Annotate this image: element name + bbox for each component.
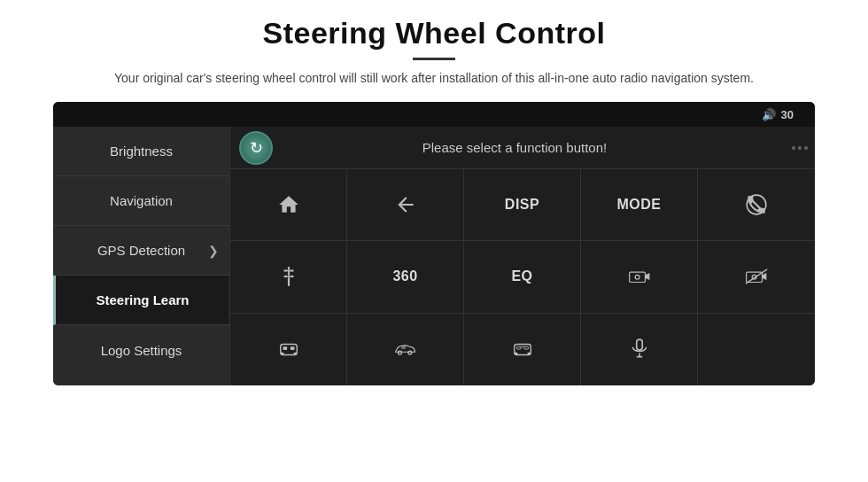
page-wrapper: Steering Wheel Control Your original car… <box>0 0 868 482</box>
sidebar-item-label-brightness: Brightness <box>110 144 173 159</box>
svg-point-13 <box>635 276 639 280</box>
sidebar-item-label-navigation: Navigation <box>110 193 173 208</box>
360-label: 360 <box>392 268 417 284</box>
tune-icon <box>277 265 300 288</box>
svg-rect-29 <box>514 353 517 355</box>
svg-rect-30 <box>527 353 531 355</box>
mic-icon <box>628 338 651 361</box>
func-back[interactable] <box>347 169 464 241</box>
func-phone-cancel[interactable] <box>698 169 815 241</box>
sidebar-item-steering-learn[interactable]: Steering Learn <box>53 276 229 325</box>
car-rear-icon <box>511 338 534 361</box>
svg-point-24 <box>407 351 411 354</box>
back-arrow-icon <box>394 193 417 216</box>
car-front-icon <box>277 338 300 361</box>
dot1 <box>792 146 795 150</box>
volume-icon: 🔊 <box>762 108 776 121</box>
eq-label: EQ <box>511 268 532 284</box>
car-main: Brightness Navigation GPS Detection ❯ St… <box>53 127 815 385</box>
sidebar-item-label-logo: Logo Settings <box>101 343 182 358</box>
sidebar-item-logo[interactable]: Logo Settings <box>53 325 229 375</box>
func-empty <box>698 314 815 385</box>
svg-marker-15 <box>763 273 767 280</box>
disp-label: DISP <box>505 197 539 213</box>
sidebar-item-label-steering: Steering Learn <box>96 292 189 307</box>
svg-marker-12 <box>645 273 649 280</box>
sidebar: Brightness Navigation GPS Detection ❯ St… <box>53 127 230 385</box>
prompt-text: Please select a function button! <box>287 140 778 155</box>
svg-rect-19 <box>283 347 287 351</box>
svg-rect-28 <box>523 347 528 350</box>
svg-rect-20 <box>290 347 294 351</box>
status-bar: 🔊 30 <box>53 102 815 127</box>
page-subtitle: Your original car's steering wheel contr… <box>114 69 754 88</box>
volume-value: 30 <box>781 108 794 121</box>
sidebar-item-brightness[interactable]: Brightness <box>53 127 229 176</box>
sidebar-item-label-gps: GPS Detection <box>97 243 185 258</box>
func-mode[interactable]: MODE <box>581 169 698 241</box>
content-top: ↻ Please select a function button! <box>230 127 815 169</box>
func-car-cam[interactable] <box>581 241 698 313</box>
svg-rect-22 <box>293 353 297 355</box>
page-title: Steering Wheel Control <box>263 16 606 51</box>
sidebar-item-gps[interactable]: GPS Detection ❯ <box>53 226 229 276</box>
content-area: ↻ Please select a function button! <box>230 127 815 385</box>
func-home[interactable] <box>230 169 347 241</box>
function-grid: DISP MODE <box>230 169 815 385</box>
svg-rect-21 <box>280 353 283 355</box>
func-car-cam2[interactable] <box>698 241 815 313</box>
func-car-rear[interactable] <box>464 314 581 385</box>
dot3 <box>804 146 808 150</box>
svg-point-23 <box>398 351 401 354</box>
func-car-front[interactable] <box>230 314 347 385</box>
func-tune[interactable] <box>230 241 347 313</box>
svg-point-2 <box>287 269 290 272</box>
svg-rect-11 <box>629 273 645 283</box>
func-mic[interactable] <box>581 314 698 385</box>
dots-indicator <box>792 146 808 150</box>
home-icon <box>277 193 300 216</box>
refresh-button[interactable]: ↻ <box>239 131 273 165</box>
svg-rect-32 <box>636 339 642 350</box>
car-ui-panel: 🔊 30 Brightness Navigation GPS Detection… <box>53 102 815 385</box>
car-cam-icon <box>628 265 651 288</box>
sidebar-item-navigation[interactable]: Navigation <box>53 176 229 226</box>
func-eq[interactable]: EQ <box>464 241 581 313</box>
svg-rect-25 <box>401 346 406 349</box>
func-disp[interactable]: DISP <box>464 169 581 241</box>
car-cam2-icon <box>745 265 768 288</box>
cursor-icon: ❯ <box>208 244 219 258</box>
func-360[interactable]: 360 <box>347 241 464 313</box>
phone-cancel-icon <box>745 193 768 216</box>
car-side-icon <box>394 338 417 361</box>
svg-point-3 <box>287 276 290 278</box>
title-divider <box>413 58 455 60</box>
dot2 <box>798 146 802 150</box>
mode-label: MODE <box>617 197 662 213</box>
refresh-icon: ↻ <box>250 138 263 158</box>
func-car-side[interactable] <box>347 314 464 385</box>
svg-rect-27 <box>516 347 521 350</box>
